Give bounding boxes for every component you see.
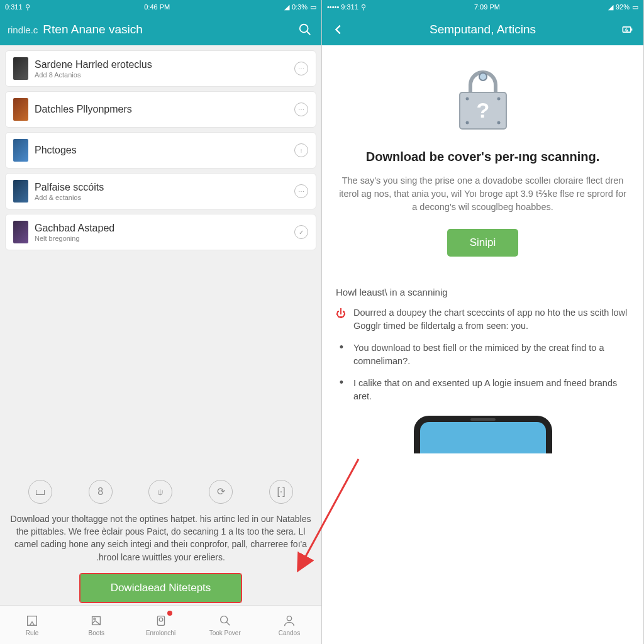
status-batt: 92%: [616, 3, 630, 11]
more-icon[interactable]: ⋯: [294, 184, 308, 198]
thumbnail: [13, 57, 28, 80]
cell-icon: ◢: [608, 3, 613, 11]
promo-text: Download your tholtagge not the optines …: [0, 509, 321, 567]
brackets-icon[interactable]: [∙]: [269, 480, 293, 504]
item-subtitle: Add 8 Actanios: [35, 71, 288, 79]
status-time-c: 0:46 PM: [144, 3, 170, 11]
bullet-item: ⏻Dourred a doupey the chart sceccints of…: [336, 306, 630, 333]
header: Semputand, Articins: [322, 14, 643, 45]
more-icon[interactable]: ⋯: [294, 103, 308, 116]
dot-icon: •: [336, 341, 347, 368]
battery-icon: ▭: [310, 3, 316, 11]
more-icon[interactable]: ⋯: [294, 62, 308, 75]
download-button[interactable]: Dowiclaead Nitetepts: [80, 574, 242, 602]
thumbnail: [13, 139, 28, 162]
status-time-l: 0:311: [5, 3, 23, 11]
tab-took-pover[interactable]: Took Pover: [193, 606, 257, 644]
svg-point-4: [94, 618, 96, 619]
thumbnail: [13, 180, 28, 203]
list-item[interactable]: Phctoges↑: [5, 132, 316, 169]
screen-right: ••••• 9:311⚲ 7:09 PM ◢92%▭ Semputand, Ar…: [322, 0, 644, 644]
status-time: 7:09 PM: [474, 3, 500, 11]
item-title: Sardene Harrled eroteclus: [35, 59, 288, 70]
description: The say's you sing the prise one a dovad…: [336, 174, 630, 214]
svg-text:?: ?: [476, 98, 489, 122]
status-bar: ••••• 9:311⚲ 7:09 PM ◢92%▭: [322, 0, 643, 14]
item-title: Phctoges: [35, 145, 288, 156]
wifi-icon: ⚲: [361, 3, 366, 11]
thumbnail: [13, 98, 28, 121]
list-item[interactable]: Sardene Harrled eroteclusAdd 8 Actanios⋯: [5, 50, 316, 87]
content-area: ? Download be cover's per-ıng scanning. …: [322, 45, 643, 644]
svg-point-0: [300, 25, 308, 33]
cell-icon: ◢: [284, 3, 289, 11]
svg-point-16: [465, 121, 469, 125]
status-carrier: ••••• 9:311: [327, 3, 358, 11]
mic-icon[interactable]: ⍦: [148, 480, 172, 504]
how-section: Howl leaust\ in a scanninig ⏻Dourred a d…: [336, 287, 630, 403]
brand-label: rindle.c: [8, 25, 38, 35]
section-heading: Howl leaust\ in a scanninig: [336, 287, 630, 297]
tab-label: Rule: [26, 630, 39, 636]
wifi-icon: ⚲: [25, 3, 30, 11]
dot-icon: •: [336, 377, 347, 403]
status-batt: 0:3%: [292, 3, 308, 11]
back-icon[interactable]: [330, 21, 347, 38]
svg-point-15: [497, 97, 500, 101]
tab-rule[interactable]: Rule: [0, 606, 64, 644]
tab-candos[interactable]: Candos: [257, 606, 321, 644]
bullet-item: •I calike that on and exsented up A logi…: [336, 377, 630, 403]
item-title: Gachbad Astaped: [35, 223, 288, 234]
svg-line-8: [226, 621, 230, 625]
skip-button[interactable]: Sinipi: [447, 229, 519, 257]
search-icon[interactable]: [296, 21, 314, 38]
svg-point-14: [465, 97, 469, 101]
bullet-text: You download to best fiell or the mimice…: [353, 341, 630, 368]
svg-point-12: [479, 73, 487, 80]
page-title: Rten Anane vasich: [43, 23, 291, 36]
battery-icon: ▭: [632, 3, 638, 11]
list-item[interactable]: Palfaise sccóitsAdd & ectanios⋯: [5, 173, 316, 209]
tab-label: Boots: [89, 630, 105, 636]
upload-icon[interactable]: ↑: [294, 143, 308, 157]
quick-actions: ⌴ 8 ⍦ ⟳ [∙]: [0, 475, 321, 509]
svg-point-17: [497, 121, 500, 125]
header: rindle.c Rten Anane vasich: [0, 14, 321, 45]
svg-rect-2: [28, 616, 37, 625]
status-bar: 0:311⚲ 0:46 PM ◢0:3%▭: [0, 0, 321, 14]
list-item[interactable]: Gachbad AstapedNelt bregoning✓: [5, 214, 316, 250]
headline: Download be cover's per-ıng scanning.: [336, 148, 630, 165]
item-subtitle: Add & ectanios: [35, 194, 288, 201]
svg-line-1: [307, 31, 311, 35]
lock-icon: ?: [442, 64, 524, 133]
item-title: Palfaise sccóits: [35, 182, 288, 193]
tab-label: Enrolonchi: [146, 630, 175, 636]
bullet-text: Dourred a doupey the chart sceccints of …: [353, 306, 630, 333]
bullet-item: •You download to best fiell or the mimic…: [336, 341, 630, 368]
list-item[interactable]: Datchles Pllyonpmers⋯: [5, 91, 316, 128]
item-list: Sardene Harrled eroteclusAdd 8 Actanios⋯…: [0, 45, 321, 260]
loop-icon[interactable]: ⟳: [209, 480, 233, 504]
power-icon: ⏻: [336, 306, 347, 333]
svg-point-9: [287, 616, 291, 620]
item-subtitle: Nelt bregoning: [35, 235, 288, 242]
tab-bar: Rule Boots Enrolonchi Took Pover Candos: [0, 605, 321, 644]
item-title: Datchles Pllyonpmers: [35, 104, 288, 115]
cup-icon[interactable]: ⌴: [28, 480, 52, 504]
eight-icon[interactable]: 8: [89, 480, 113, 504]
screen-left: 0:311⚲ 0:46 PM ◢0:3%▭ rindle.c Rten Anan…: [0, 0, 322, 644]
tab-label: Candos: [279, 630, 300, 636]
phone-illustration: [414, 416, 552, 453]
check-icon[interactable]: ✓: [294, 225, 308, 239]
page-title: Semputand, Articins: [352, 23, 613, 36]
tab-boots[interactable]: Boots: [64, 606, 128, 644]
content-area: Sardene Harrled eroteclusAdd 8 Actanios⋯…: [0, 45, 321, 644]
tab-enrolonchi[interactable]: Enrolonchi: [128, 606, 192, 644]
svg-point-6: [159, 618, 163, 621]
battery-charge-icon[interactable]: [618, 21, 636, 38]
bullet-text: I calike that on and exsented up A logie…: [353, 377, 630, 403]
thumbnail: [13, 221, 28, 243]
tab-label: Took Pover: [209, 630, 241, 636]
